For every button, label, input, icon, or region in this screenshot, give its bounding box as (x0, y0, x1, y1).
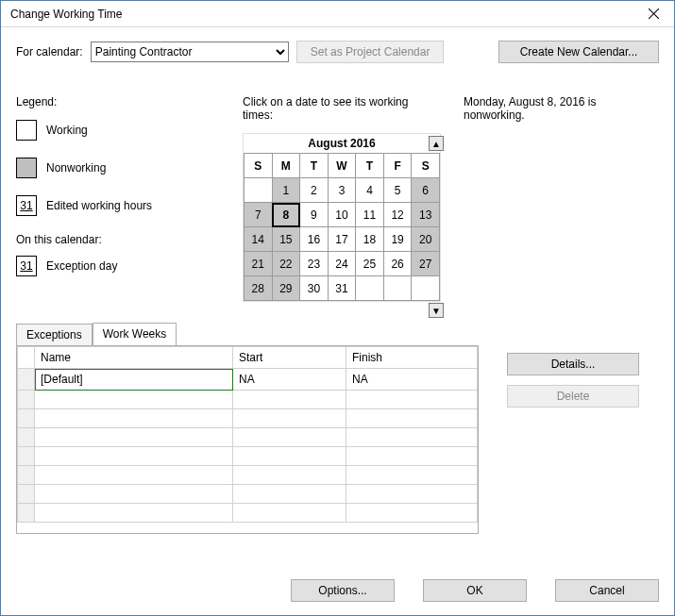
legend-working-label: Working (46, 124, 88, 137)
set-project-calendar-button: Set as Project Calendar (296, 41, 445, 63)
calendar-day[interactable]: 3 (328, 178, 356, 203)
work-weeks-grid[interactable]: Name Start Finish [Default]NANA (16, 345, 479, 534)
calendar-day[interactable]: 10 (328, 203, 356, 227)
grid-cell[interactable] (35, 504, 233, 523)
calendar-day[interactable]: 26 (383, 252, 412, 276)
grid-cell[interactable]: NA (346, 369, 478, 391)
legend-heading: Legend: (16, 95, 233, 108)
tab-strip: Exceptions Work Weeks (16, 323, 659, 345)
tab-work-weeks[interactable]: Work Weeks (93, 323, 177, 345)
calendar-day[interactable]: 5 (383, 178, 412, 203)
grid-cell[interactable]: NA (233, 369, 346, 391)
create-new-calendar-button[interactable]: Create New Calendar... (498, 41, 659, 63)
cal-day-header: W (328, 154, 356, 178)
grid-cell[interactable] (233, 504, 346, 523)
calendar-day[interactable]: 14 (245, 227, 273, 252)
cancel-button[interactable]: Cancel (555, 579, 659, 602)
on-this-calendar-label: On this calendar: (16, 233, 233, 246)
grid-cell[interactable] (233, 391, 346, 409)
calendar-day[interactable]: 12 (383, 203, 412, 227)
cal-day-header: S (412, 154, 440, 178)
row-header[interactable] (18, 466, 35, 485)
grid-cell[interactable] (35, 466, 233, 485)
grid-cell[interactable] (346, 447, 478, 466)
calendar-combo[interactable]: Painting Contractor (91, 42, 289, 62)
calendar-day[interactable]: 20 (412, 227, 440, 252)
row-header[interactable] (18, 369, 35, 391)
middle-section: Legend: Working Nonworking 31 Edited wor… (16, 95, 659, 302)
row-header[interactable] (18, 391, 35, 409)
calendar-day[interactable]: 1 (272, 178, 300, 203)
grid-cell[interactable] (35, 428, 233, 447)
calendar-day[interactable]: 27 (412, 252, 440, 276)
col-name[interactable]: Name (35, 347, 233, 369)
grid-cell[interactable] (346, 485, 478, 504)
calendar-day[interactable]: 23 (300, 252, 329, 276)
calendar-grid[interactable]: SMTWTFS 12345678910111213141516171819202… (244, 153, 440, 301)
grid-cell[interactable] (35, 485, 233, 504)
grid-cell[interactable] (233, 447, 346, 466)
next-month-button[interactable]: ▼ (429, 303, 444, 318)
grid-cell[interactable] (346, 466, 478, 485)
calendar-prompt: Click on a date to see its working times… (243, 95, 441, 122)
col-finish[interactable]: Finish (346, 347, 478, 369)
calendar-day[interactable]: 18 (356, 227, 384, 252)
calendar-day[interactable]: 17 (328, 227, 356, 252)
calendar-day[interactable]: 25 (356, 252, 384, 276)
row-header[interactable] (18, 485, 35, 504)
calendar-month-label: August 2016 (244, 134, 440, 153)
calendar-day[interactable]: 11 (356, 203, 384, 227)
calendar-day[interactable]: 24 (328, 252, 356, 276)
grid-cell[interactable] (233, 485, 346, 504)
grid-cell[interactable] (346, 409, 478, 428)
calendar-day[interactable]: 4 (356, 178, 384, 203)
legend: Legend: Working Nonworking 31 Edited wor… (16, 95, 233, 302)
calendar-day[interactable]: 22 (272, 252, 300, 276)
titlebar: Change Working Time (1, 1, 674, 27)
calendar-day[interactable]: 16 (300, 227, 329, 252)
grid-cell[interactable] (35, 409, 233, 428)
grid-cell[interactable] (346, 504, 478, 523)
selected-date-info: Monday, August 8, 2016 is nonworking. (464, 95, 659, 122)
grid-cell[interactable] (346, 391, 478, 409)
calendar-day[interactable]: 30 (300, 276, 329, 301)
ok-button[interactable]: OK (423, 579, 527, 602)
calendar-day (245, 178, 273, 203)
calendar-day[interactable]: 8 (272, 203, 300, 227)
grid-cell[interactable] (35, 391, 233, 409)
grid-cell[interactable] (233, 409, 346, 428)
calendar-day[interactable]: 31 (328, 276, 356, 301)
tab-exceptions[interactable]: Exceptions (16, 324, 93, 346)
row-header[interactable] (18, 504, 35, 523)
col-start[interactable]: Start (233, 347, 346, 369)
calendar-day[interactable]: 6 (412, 178, 440, 203)
cal-day-header: T (356, 154, 384, 178)
calendar-day[interactable]: 29 (272, 276, 300, 301)
calendar-day[interactable]: 15 (272, 227, 300, 252)
calendar-day[interactable]: 7 (245, 203, 273, 227)
grid-cell[interactable] (233, 466, 346, 485)
legend-edited-label: Edited working hours (46, 199, 152, 212)
calendar-day[interactable]: 28 (245, 276, 273, 301)
row-header[interactable] (18, 428, 35, 447)
grid-cell[interactable] (233, 428, 346, 447)
calendar-day[interactable]: 19 (383, 227, 412, 252)
legend-exception: 31 Exception day (16, 256, 233, 276)
grid-cell[interactable]: [Default] (35, 369, 233, 391)
grid-section: Name Start Finish [Default]NANA Details.… (16, 345, 659, 534)
row-header[interactable] (18, 409, 35, 428)
dialog-footer: Options... OK Cancel (1, 570, 674, 615)
options-button[interactable]: Options... (291, 579, 395, 602)
calendar-select[interactable]: Painting Contractor (91, 42, 289, 62)
edited-swatch: 31 (16, 195, 37, 216)
details-button[interactable]: Details... (507, 353, 639, 375)
row-header[interactable] (18, 447, 35, 466)
grid-cell[interactable] (346, 428, 478, 447)
calendar-day[interactable]: 21 (245, 252, 273, 276)
close-button[interactable] (633, 1, 674, 27)
change-working-time-dialog: Change Working Time For calendar: Painti… (0, 0, 675, 616)
calendar-day[interactable]: 13 (412, 203, 440, 227)
grid-cell[interactable] (35, 447, 233, 466)
calendar-day[interactable]: 2 (300, 178, 329, 203)
calendar-day[interactable]: 9 (300, 203, 329, 227)
